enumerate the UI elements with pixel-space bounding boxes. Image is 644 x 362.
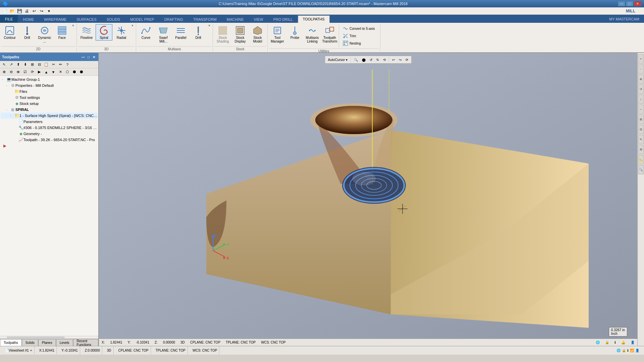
tab-wireframe[interactable]: WIREFRAME xyxy=(39,15,71,23)
multiaxis-linking-button[interactable]: Multiaxis Linking xyxy=(304,24,321,48)
maximize-button[interactable]: □ xyxy=(626,1,633,6)
pt-deselect[interactable]: ↗ xyxy=(8,62,14,68)
qa-undo[interactable]: ↩ xyxy=(31,8,38,14)
pt-post[interactable]: ▼ xyxy=(50,69,57,75)
tree-stock-setup[interactable]: ◆ Stock setup xyxy=(1,101,98,107)
tab-toolpaths[interactable]: Toolpaths xyxy=(0,339,22,346)
pt-edit[interactable]: ✏ xyxy=(57,62,64,68)
close-button[interactable]: ✕ xyxy=(634,1,641,6)
drill-button[interactable]: Drill xyxy=(19,24,36,41)
stock-shading-button[interactable]: Stock Shading xyxy=(214,24,231,44)
vt-btn-6[interactable]: ↩ xyxy=(390,56,396,63)
right-btn-7[interactable]: ⊞ xyxy=(638,115,644,124)
tree-properties[interactable]: - ⚙ Properties - Mill Default xyxy=(1,82,98,88)
titlebar-controls[interactable]: — □ ✕ xyxy=(618,1,641,6)
tree-geometry[interactable]: ◆ Geometry - xyxy=(1,131,98,137)
multiaxis-expand[interactable]: ▼ xyxy=(207,24,211,27)
right-btn-3[interactable]: ⊕ xyxy=(638,74,644,84)
pt-verify[interactable]: ▲ xyxy=(43,69,50,75)
pt-copy[interactable]: 📋 xyxy=(43,62,50,68)
vt-btn-1[interactable]: 🔍 xyxy=(352,56,360,63)
sheet-add[interactable]: + xyxy=(30,349,32,352)
tree-machine-group[interactable]: - 💻 Machine Group-1 xyxy=(1,76,98,82)
qa-redo[interactable]: ↪ xyxy=(38,8,45,14)
right-btn-5[interactable]: ↕ xyxy=(638,95,644,104)
tab-file[interactable]: FILE xyxy=(0,15,18,23)
panel-minimize[interactable]: — xyxy=(81,55,86,59)
drill-ma-button[interactable]: Drill xyxy=(190,24,207,41)
radial-button[interactable]: Radial xyxy=(113,24,130,41)
tab-drafting[interactable]: DRAFTING xyxy=(159,15,188,23)
tree-toolpath[interactable]: 📈 Toolpath - 39.2K - 6654-20 START.NC - … xyxy=(1,137,98,143)
swarf-button[interactable]: Swarf Mill... xyxy=(155,24,172,44)
tab-surfaces[interactable]: SURFACES xyxy=(71,15,101,23)
tab-recent[interactable]: Recent Functions xyxy=(73,339,98,346)
parallel-button[interactable]: Parallel xyxy=(172,24,189,41)
pt-check[interactable]: ☑ xyxy=(22,69,29,75)
vt-btn-4[interactable]: ↻ xyxy=(375,56,381,63)
pt-delete[interactable]: ✕ xyxy=(57,69,64,75)
tree-scroll-horizontal[interactable] xyxy=(0,336,98,339)
curve-button[interactable]: Curve xyxy=(138,24,154,41)
minimize-button[interactable]: — xyxy=(618,1,625,6)
right-btn-2[interactable]: - xyxy=(638,64,644,74)
tab-solids[interactable]: SOLIDS xyxy=(102,15,125,23)
tab-toolpaths[interactable]: TOOLPATHS xyxy=(298,15,330,23)
3d-expand[interactable]: ▼ xyxy=(130,24,135,27)
qa-more[interactable]: ▾ xyxy=(46,8,52,14)
tab-machine[interactable]: MACHINE xyxy=(222,15,249,23)
qa-new[interactable]: 📄 xyxy=(1,8,8,14)
stock-display-button[interactable]: Stock Display xyxy=(232,24,249,44)
tool-manager-button[interactable]: Tool Manager xyxy=(269,24,286,48)
convert-5axis-button[interactable]: Convert to 5-axis xyxy=(341,25,377,32)
tab-solids[interactable]: Solids xyxy=(22,339,38,346)
panel-close[interactable]: ✕ xyxy=(92,55,96,59)
nesting-button[interactable]: Nesting xyxy=(341,40,377,47)
vt-btn-2[interactable]: ⬤ xyxy=(360,56,367,63)
right-btn-10[interactable]: ⚙ xyxy=(638,145,644,154)
2d-expand[interactable]: ▼ xyxy=(71,24,75,27)
viewport[interactable]: Z Y X AutoCursor ▾ 🔍 ⬤ ↺ ↻ ⟲ xyxy=(99,53,637,346)
tab-levels[interactable]: Levels xyxy=(56,339,73,346)
right-btn-8[interactable]: ⊟ xyxy=(638,125,644,134)
vt-btn-5[interactable]: ⟲ xyxy=(381,56,387,63)
pt-move-down[interactable]: ⬇ xyxy=(22,62,29,68)
trim-button[interactable]: Trim xyxy=(341,32,377,40)
pt-remove[interactable]: ⊟ xyxy=(36,62,43,68)
tree-parameters[interactable]: 📄 Parameters xyxy=(1,119,98,125)
pt-collapse[interactable]: ⊖ xyxy=(8,69,14,75)
pt-help[interactable]: ? xyxy=(64,62,71,68)
pt-select-all[interactable]: ↖ xyxy=(1,62,7,68)
spiral-button[interactable]: Spiral xyxy=(96,24,112,41)
stock-model-button[interactable]: Stock Model xyxy=(249,24,266,44)
dynamic-button[interactable]: Dynamic ... xyxy=(36,24,53,44)
face-button[interactable]: Face xyxy=(54,24,70,41)
tree-spiral-group[interactable]: - ⛓ SPIRAL xyxy=(1,107,98,113)
toolpath-transform-button[interactable]: Toolpath Transform xyxy=(321,24,338,48)
pt-backplot[interactable]: ▶ xyxy=(36,69,43,75)
vt-btn-7[interactable]: ↪ xyxy=(397,56,403,63)
tab-planes[interactable]: Planes xyxy=(38,339,56,346)
right-btn-4[interactable]: ↺ xyxy=(638,84,644,94)
tab-view[interactable]: VIEW xyxy=(249,15,268,23)
pt-expand[interactable]: ⊕ xyxy=(1,69,7,75)
pt-show-hide[interactable]: 👁 xyxy=(15,69,21,75)
probe-button[interactable]: Probe xyxy=(286,24,303,48)
my-mastercam-button[interactable]: MY MASTERCAM xyxy=(604,15,644,23)
tab-home[interactable]: HOME xyxy=(18,15,39,23)
right-btn-12[interactable]: 🔍 xyxy=(638,165,644,174)
pt-group2[interactable]: ⬢ xyxy=(71,69,78,75)
vt-btn-8[interactable]: ⟳ xyxy=(404,56,410,63)
pt-group3[interactable]: ⬣ xyxy=(78,69,85,75)
right-btn-6[interactable]: ↔ xyxy=(638,105,644,114)
pt-cut[interactable]: ✂ xyxy=(50,62,57,68)
autocursor-button[interactable]: AutoCursor ▾ xyxy=(326,56,349,63)
tree-tool-settings[interactable]: ⚙ Tool settings xyxy=(1,95,98,101)
tree-files[interactable]: 📁 Files xyxy=(1,88,98,95)
pt-add[interactable]: ⊞ xyxy=(29,62,36,68)
tree-surface-hs[interactable]: - 📁 1 - Surface High Speed (Spiral) - [W… xyxy=(1,113,98,119)
right-btn-9[interactable]: ✎ xyxy=(638,135,644,144)
pt-regenerate[interactable]: ⟳ xyxy=(29,69,36,75)
tab-transform[interactable]: TRANSFORM xyxy=(188,15,222,23)
pt-move-up[interactable]: ⬆ xyxy=(15,62,21,68)
